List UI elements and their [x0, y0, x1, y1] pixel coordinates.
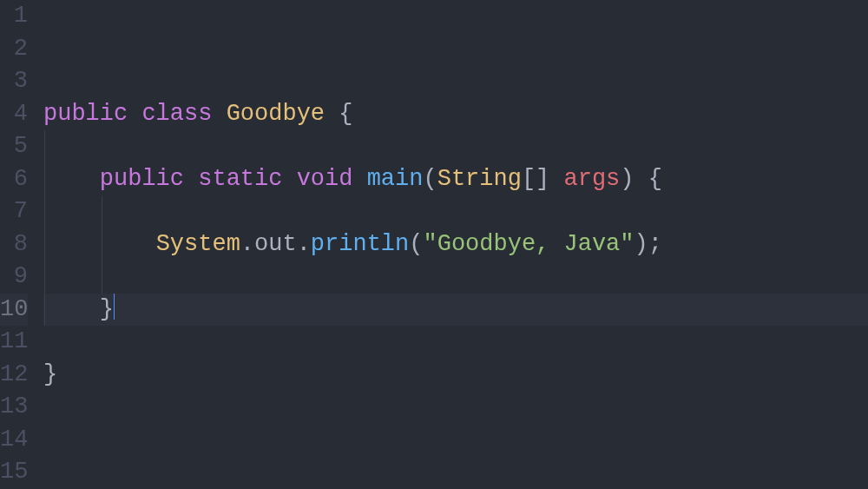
code-line[interactable]: System.out.println("Goodbye, Java"); [43, 228, 868, 261]
line-number-gutter: 123456789101112131415 [0, 0, 36, 489]
code-token [184, 166, 198, 192]
code-line[interactable] [43, 261, 868, 294]
line-number: 4 [0, 98, 28, 131]
code-token: "Goodbye, Java" [423, 231, 634, 257]
line-number: 2 [0, 33, 28, 66]
line-number: 9 [0, 261, 28, 294]
code-token: public [43, 101, 128, 127]
code-token: String [437, 166, 522, 192]
code-line[interactable]: } [43, 359, 868, 392]
line-number: 14 [0, 424, 28, 457]
line-number: 13 [0, 391, 28, 424]
code-token [282, 166, 296, 192]
code-line[interactable] [43, 0, 868, 33]
code-token: void [297, 166, 353, 192]
code-area[interactable]: public class Goodbye { public static voi… [36, 0, 868, 489]
indent-guide [44, 294, 45, 327]
code-token: public [100, 166, 184, 192]
code-token: println [311, 231, 409, 257]
code-token: ); [635, 231, 662, 257]
code-token: } [43, 361, 57, 387]
code-line[interactable]: public class Goodbye { [43, 98, 868, 131]
indent-guide [44, 261, 45, 294]
line-number: 11 [0, 326, 28, 359]
code-token: } [43, 296, 114, 322]
code-token [43, 231, 156, 257]
line-number: 8 [0, 228, 28, 261]
indent-guide [44, 130, 45, 163]
code-token: [] [522, 166, 564, 192]
line-number: 6 [0, 163, 28, 196]
code-token [352, 166, 366, 192]
code-line[interactable] [43, 326, 868, 359]
code-line[interactable] [43, 391, 868, 424]
code-line[interactable] [43, 424, 868, 457]
code-line[interactable] [43, 33, 868, 66]
indent-guide [44, 228, 45, 261]
code-token: args [564, 166, 621, 192]
line-number: 12 [0, 359, 28, 392]
code-token: ( [423, 166, 437, 192]
text-cursor [114, 294, 115, 320]
line-number: 10 [0, 294, 28, 327]
code-line[interactable] [43, 195, 868, 228]
code-token: class [141, 101, 212, 127]
indent-guide [44, 195, 45, 228]
code-line[interactable] [43, 130, 868, 163]
code-token [128, 101, 141, 127]
code-token: main [367, 166, 424, 192]
code-token: ) { [620, 166, 662, 192]
indent-guide [44, 163, 45, 196]
code-token [212, 101, 226, 127]
code-token: Goodbye [227, 101, 325, 127]
code-token: static [198, 166, 282, 192]
line-number: 1 [0, 0, 28, 33]
code-token: { [325, 101, 352, 127]
code-line[interactable]: } [43, 294, 868, 327]
code-token [43, 166, 100, 192]
code-line[interactable] [43, 65, 868, 98]
code-line[interactable]: public static void main(String[] args) { [43, 163, 868, 196]
line-number: 3 [0, 65, 28, 98]
code-token: out [254, 231, 297, 257]
code-line[interactable] [43, 456, 868, 489]
indent-guide [102, 228, 102, 261]
indent-guide [102, 195, 102, 228]
line-number: 7 [0, 195, 28, 228]
code-token: System [156, 231, 240, 257]
line-number: 5 [0, 130, 28, 163]
code-token: . [297, 231, 311, 257]
code-token: ( [409, 231, 423, 257]
line-number: 15 [0, 456, 28, 489]
code-token: . [240, 231, 254, 257]
indent-guide [102, 261, 102, 294]
code-editor[interactable]: 123456789101112131415 public class Goodb… [0, 0, 868, 489]
